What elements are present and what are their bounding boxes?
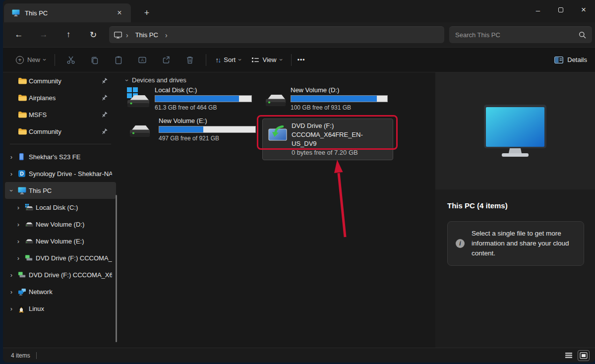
file-explorer-window: This PC × + – × ← → ↑ ↻ › This PC › [3, 0, 595, 363]
chevron-right-icon[interactable]: › [5, 271, 18, 279]
details-pane-toggle[interactable]: Details [554, 56, 587, 63]
drive-name: DVD Drive (F:) [292, 121, 388, 130]
local-disk-icon [126, 86, 151, 108]
drive-item-local-disk-c[interactable]: Local Disk (C:) 61.3 GB free of 464 GB [126, 86, 252, 111]
folder-icon [18, 111, 29, 118]
drive-free-space: 0 bytes free of 7.20 GB [292, 148, 388, 157]
folder-icon [18, 94, 29, 101]
tab-title: This PC [25, 9, 108, 17]
capacity-bar [291, 95, 388, 102]
this-pc-large-monitor-icon [482, 104, 548, 158]
folder-icon [18, 128, 29, 135]
sidebar-item-community-1[interactable]: › Community [5, 72, 116, 89]
drive-item-new-volume-d[interactable]: New Volume (D:) 100 GB free of 931 GB [265, 86, 388, 111]
copy-button[interactable] [86, 52, 103, 68]
details-view-toggle[interactable] [563, 351, 574, 361]
delete-button[interactable] [181, 52, 198, 68]
file-list-area: › Devices and drives Local Disk (C:) [118, 72, 435, 348]
chevron-right-icon[interactable]: › [5, 288, 18, 296]
chevron-down-icon: › [237, 59, 244, 61]
toolbar-divider [291, 54, 292, 66]
sidebar-separator [10, 144, 111, 144]
breadcrumb-chevron-icon: › [126, 31, 128, 39]
breadcrumb-chevron-icon[interactable]: › [165, 31, 168, 39]
back-button[interactable]: ← [10, 27, 28, 43]
share-button[interactable] [158, 52, 175, 68]
sidebar-scrollbar[interactable] [116, 195, 117, 342]
chevron-right-icon[interactable]: › [5, 305, 18, 312]
large-icons-view-toggle[interactable] [578, 351, 589, 361]
titlebar: This PC × + – × [3, 0, 595, 22]
this-pc-monitor-icon [18, 187, 29, 194]
details-pane: This PC (4 items) i Select a single file… [435, 72, 595, 348]
sidebar-item-dvd-drive-f[interactable]: › DVD Drive (F:) CCCOMA_X64FRE [5, 266, 116, 283]
chevron-right-icon[interactable]: › [12, 254, 25, 262]
more-options-button[interactable]: ••• [298, 57, 305, 63]
sidebar-item-new-volume-d[interactable]: › New Volume (D:) [5, 216, 116, 233]
chevron-right-icon[interactable]: › [12, 204, 25, 211]
plus-circle-icon: + [16, 56, 24, 64]
sort-button[interactable]: ↑↓ Sort › [210, 52, 246, 68]
up-button[interactable]: ↑ [60, 27, 77, 43]
sidebar-item-linux[interactable]: › Linux [5, 300, 116, 317]
capacity-bar-fill [291, 96, 377, 102]
address-monitor-icon [114, 32, 122, 39]
pin-icon [101, 78, 109, 84]
new-button[interactable]: + New › [11, 52, 51, 68]
drive-free-space: 61.3 GB free of 464 GB [155, 104, 252, 111]
rename-button[interactable]: A [134, 52, 151, 68]
paste-button[interactable] [110, 52, 127, 68]
refresh-button[interactable]: ↻ [84, 27, 102, 43]
sidebar-item-phone[interactable]: › Shekhar's S23 FE [5, 148, 116, 165]
preview-area [435, 72, 595, 189]
drive-free-space: 100 GB free of 931 GB [291, 104, 388, 111]
search-input[interactable]: Search This PC [449, 26, 592, 43]
dvd-drive-icon [268, 125, 288, 141]
drive-item-dvd-f[interactable]: DVD Drive (F:) CCCOMA_X64FRE_EN-US_DV9 0… [262, 119, 393, 160]
chevron-right-icon[interactable]: › [12, 238, 25, 245]
tab-this-pc[interactable]: This PC × [4, 3, 131, 22]
maximize-button[interactable] [549, 0, 572, 20]
statusbar-divider [36, 352, 37, 359]
drive-icon [129, 123, 151, 138]
toolbar-divider [55, 54, 55, 66]
navigation-sidebar: › Community › Airplanes [3, 72, 118, 348]
sort-icon: ↑↓ [215, 56, 220, 64]
sidebar-item-community-2[interactable]: › Community [5, 123, 116, 140]
sidebar-item-this-pc[interactable]: › This PC [5, 182, 116, 199]
details-title: This PC (4 items) [447, 201, 508, 210]
group-header-devices-and-drives[interactable]: › Devices and drives [126, 76, 186, 84]
close-tab-icon[interactable]: × [113, 6, 126, 19]
capacity-bar [155, 95, 252, 102]
sidebar-item-local-disk-c[interactable]: › Local Disk (C:) [5, 199, 116, 216]
breadcrumb-this-pc[interactable]: This PC [132, 30, 161, 40]
close-window-button[interactable]: × [572, 0, 595, 20]
chevron-right-icon[interactable]: › [5, 170, 18, 178]
maximize-icon [558, 7, 563, 12]
drive-name: New Volume (D:) [291, 86, 388, 94]
forward-button[interactable]: → [35, 27, 53, 43]
details-info-card: i Select a single file to get more infor… [447, 221, 584, 266]
drive-icon [265, 92, 287, 107]
sidebar-item-dvd-drive-f-child[interactable]: › DVD Drive (F:) CCCOMA_X64FRE [5, 249, 116, 266]
sidebar-item-synology-drive[interactable]: › D Synology Drive - Shekhar-NA [5, 165, 116, 182]
new-tab-button[interactable]: + [140, 6, 154, 20]
details-info-text: Select a single file to get more informa… [472, 229, 577, 258]
sidebar-item-msfs[interactable]: › MSFS [5, 106, 116, 123]
cut-button[interactable] [62, 52, 79, 68]
address-bar[interactable]: › This PC › [109, 26, 444, 43]
pin-icon [101, 128, 109, 135]
svg-text:A: A [141, 58, 144, 62]
chevron-down-icon[interactable]: › [8, 184, 15, 197]
chevron-right-icon[interactable]: › [5, 153, 18, 161]
sidebar-item-network[interactable]: › Network [5, 283, 116, 300]
drive-name: New Volume (E:) [159, 117, 256, 124]
sidebar-item-new-volume-e[interactable]: › New Volume (E:) [5, 233, 116, 249]
drive-item-new-volume-e[interactable]: New Volume (E:) 497 GB free of 921 GB [126, 117, 256, 142]
chevron-right-icon[interactable]: › [12, 221, 25, 228]
minimize-button[interactable]: – [527, 0, 549, 20]
search-icon[interactable] [579, 31, 586, 39]
sidebar-item-airplanes[interactable]: › Airplanes [5, 89, 116, 106]
view-button[interactable]: View › [246, 52, 287, 68]
drive-icon [25, 221, 36, 228]
